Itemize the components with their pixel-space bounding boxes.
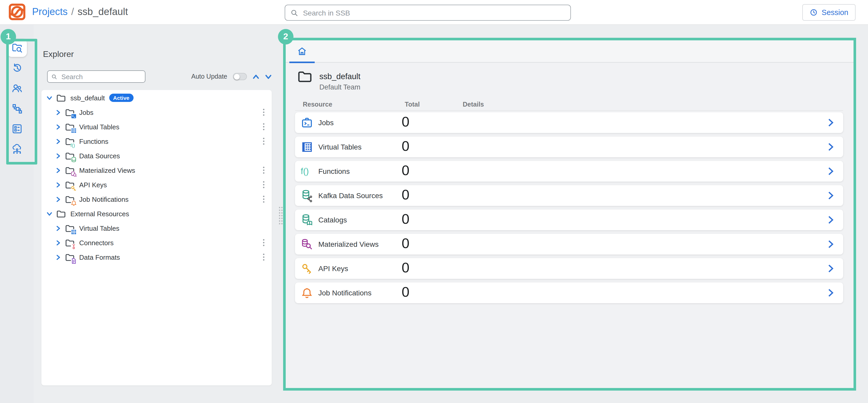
- forms-icon: [11, 123, 23, 134]
- kebab-menu-icon[interactable]: [262, 166, 265, 174]
- explorer-title: Explorer: [43, 50, 272, 59]
- resource-row-job-notifications[interactable]: Job Notifications 0: [295, 282, 843, 303]
- search-icon: [290, 8, 299, 17]
- expand-all-icon[interactable]: [265, 73, 272, 80]
- tree-item-data-sources[interactable]: Data Sources: [41, 148, 272, 163]
- chevron-right-icon: [827, 215, 834, 225]
- resource-label: Functions: [318, 167, 350, 175]
- global-search-input[interactable]: [302, 8, 565, 17]
- breadcrumb-projects-link[interactable]: Projects: [32, 6, 67, 18]
- folder-icon: [56, 210, 66, 217]
- tree-item-label: Virtual Tables: [79, 123, 119, 131]
- explorer-tree: ssb_default Active Jobs: [41, 90, 272, 385]
- resource-row-materialized-views[interactable]: Materialized Views 0: [295, 234, 843, 255]
- kebab-menu-icon[interactable]: [262, 253, 265, 261]
- tree-item-label: Functions: [79, 137, 108, 145]
- resource-row-kafka-data-sources[interactable]: Kafka Data Sources 0: [295, 185, 843, 206]
- tree-item-functions[interactable]: f() Functions: [41, 134, 272, 148]
- materialized-views-icon: [300, 237, 314, 251]
- folder-icon: [298, 70, 312, 83]
- kebab-menu-icon[interactable]: [262, 239, 265, 246]
- tree-item-api-keys[interactable]: API Keys: [41, 177, 272, 192]
- chevron-right-icon[interactable]: [55, 167, 61, 173]
- virtual-tables-icon: [300, 140, 314, 154]
- auto-update-label: Auto Update: [191, 73, 227, 80]
- resource-row-catalogs[interactable]: Catalogs 0: [295, 209, 843, 230]
- resource-total: 0: [402, 260, 409, 276]
- jobs-icon: [300, 116, 314, 129]
- rail-item-forms[interactable]: [7, 120, 27, 138]
- tree-item-connectors[interactable]: Connectors: [41, 235, 272, 250]
- collapse-all-icon[interactable]: [253, 73, 259, 80]
- tree-item-label: Job Notifications: [79, 195, 129, 203]
- annotation-badge-1: 1: [1, 29, 16, 44]
- chevron-down-icon[interactable]: [46, 95, 52, 101]
- chevron-right-icon[interactable]: [55, 124, 61, 130]
- tree-item-ssb-default[interactable]: ssb_default Active: [41, 91, 272, 105]
- tree-item-data-formats[interactable]: Data Formats: [41, 250, 272, 264]
- chevron-right-icon[interactable]: [55, 225, 61, 231]
- explorer-search: [47, 70, 146, 83]
- rail-item-lineage[interactable]: [7, 99, 27, 117]
- tree-item-external-resources[interactable]: External Resources: [41, 206, 272, 221]
- chevron-right-icon[interactable]: [55, 254, 61, 260]
- kebab-menu-icon[interactable]: [262, 181, 265, 189]
- explorer-controls: Auto Update: [41, 70, 272, 83]
- home-icon: [297, 46, 307, 56]
- rail-item-cloud-network[interactable]: [7, 140, 27, 158]
- chevron-right-icon[interactable]: [55, 138, 61, 144]
- rail-item-users[interactable]: [7, 79, 27, 97]
- resource-total: 0: [402, 187, 409, 203]
- kebab-menu-icon[interactable]: [262, 108, 265, 116]
- tree-item-label: Data Sources: [79, 152, 120, 160]
- left-rail: [0, 25, 34, 403]
- column-total: Total: [405, 101, 420, 108]
- tree-item-label: Jobs: [79, 108, 93, 116]
- resource-row-jobs[interactable]: Jobs 0: [295, 112, 843, 133]
- chevron-down-icon[interactable]: [46, 211, 52, 216]
- top-header: Projects / ssb_default Session: [0, 0, 868, 25]
- chevron-right-icon: [827, 264, 834, 273]
- folder-data-sources-icon: [65, 152, 74, 160]
- active-badge: Active: [109, 94, 133, 102]
- chevron-right-icon: [827, 239, 834, 249]
- chevron-right-icon[interactable]: [55, 153, 61, 159]
- chevron-right-icon[interactable]: [55, 196, 61, 202]
- folder-virtual-tables-icon: [65, 224, 74, 232]
- breadcrumb-separator: /: [71, 6, 74, 18]
- folder-connectors-icon: [65, 239, 74, 246]
- folder-icon: [56, 94, 66, 102]
- tree-item-virtual-tables[interactable]: Virtual Tables: [41, 120, 272, 134]
- search-icon: [51, 73, 57, 80]
- folder-functions-icon: f(): [65, 137, 74, 145]
- cloud-network-icon: [11, 143, 23, 155]
- rail-item-history[interactable]: [7, 59, 27, 77]
- resource-label: Kafka Data Sources: [318, 192, 383, 200]
- chevron-right-icon[interactable]: [55, 240, 61, 245]
- global-search: [285, 5, 571, 21]
- resource-total: 0: [402, 284, 409, 300]
- auto-update-toggle[interactable]: [233, 73, 247, 80]
- kebab-menu-icon[interactable]: [262, 123, 265, 131]
- chevron-right-icon[interactable]: [55, 182, 61, 188]
- column-resource: Resource: [303, 101, 332, 108]
- chevron-right-icon: [827, 191, 834, 200]
- tree-item-materialized-views[interactable]: Materialized Views: [41, 163, 272, 177]
- tree-item-external-virtual-tables[interactable]: Virtual Tables: [41, 221, 272, 235]
- session-button[interactable]: Session: [803, 4, 856, 21]
- tab-home[interactable]: [289, 40, 315, 63]
- kebab-menu-icon[interactable]: [262, 195, 265, 203]
- panel-resize-handle[interactable]: [278, 206, 283, 226]
- functions-icon: f(): [300, 165, 314, 178]
- explorer-search-input[interactable]: [60, 72, 141, 81]
- tree-item-jobs[interactable]: Jobs: [41, 105, 272, 120]
- kebab-menu-icon[interactable]: [262, 137, 265, 145]
- tree-item-job-notifications[interactable]: Job Notifications: [41, 192, 272, 206]
- history-icon: [11, 62, 23, 74]
- resource-row-virtual-tables[interactable]: Virtual Tables 0: [295, 137, 843, 157]
- resource-row-api-keys[interactable]: API Keys 0: [295, 258, 843, 279]
- resource-row-functions[interactable]: f() Functions 0: [295, 161, 843, 181]
- chevron-right-icon[interactable]: [55, 109, 61, 115]
- column-details: Details: [463, 101, 484, 108]
- clock-icon: [810, 8, 818, 16]
